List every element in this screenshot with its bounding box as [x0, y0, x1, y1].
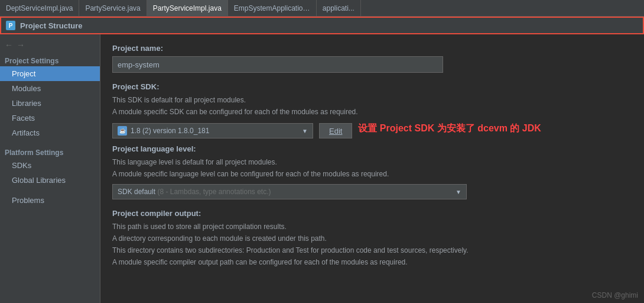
language-select-row: SDK default (8 - Lambdas, type annotatio… — [112, 184, 632, 199]
platform-settings-header: Platform Settings — [0, 145, 100, 158]
sidebar-item-global-libraries[interactable]: Global Libraries — [0, 173, 100, 188]
language-select-dropdown[interactable]: SDK default (8 - Lambdas, type annotatio… — [112, 184, 467, 199]
title-bar: P Project Structure — [0, 17, 644, 34]
sidebar-item-project[interactable]: Project — [0, 66, 100, 81]
sidebar-item-facets[interactable]: Facets — [0, 111, 100, 125]
compiler-desc3: This directory contains two subdirectori… — [112, 245, 632, 256]
sdk-select-text: 1.8 (2) version 1.8.0_181 — [131, 127, 302, 135]
main-layout: ← → Project Settings Project Modules Lib… — [0, 34, 644, 303]
compiler-output-label: Project compiler output: — [112, 209, 632, 218]
project-sdk-label: Project SDK: — [112, 82, 632, 91]
nav-back-row: ← → — [0, 37, 100, 53]
sidebar-item-modules[interactable]: Modules — [0, 81, 100, 96]
sdk-desc1: This SDK is default for all project modu… — [112, 95, 632, 105]
tab-applicati[interactable]: applicati... — [317, 0, 361, 17]
sdk-icon: ☕ — [118, 126, 127, 136]
sdk-edit-button[interactable]: Edit — [319, 123, 352, 138]
content-area: Project name: Project SDK: This SDK is d… — [100, 34, 644, 303]
tab-deptserviceimpl[interactable]: DeptServiceImpl.java — [0, 0, 79, 17]
forward-button[interactable]: → — [17, 40, 25, 50]
sidebar: ← → Project Settings Project Modules Lib… — [0, 34, 100, 303]
sidebar-item-libraries[interactable]: Libraries — [0, 96, 100, 111]
sdk-desc2: A module specific SDK can be configured … — [112, 107, 632, 117]
sdk-dropdown-arrow: ▼ — [302, 128, 308, 134]
app-icon: P — [6, 21, 15, 30]
sidebar-item-problems[interactable]: Problems — [0, 192, 100, 208]
sdk-row: ☕ 1.8 (2) version 1.8.0_181 ▼ Edit 设置 Pr… — [112, 118, 632, 138]
sidebar-item-artifacts[interactable]: Artifacts — [0, 125, 100, 140]
sdk-select-dropdown[interactable]: ☕ 1.8 (2) version 1.8.0_181 ▼ — [112, 123, 313, 138]
project-settings-header: Project Settings — [0, 53, 100, 66]
compiler-desc4: A module specific compiler output path c… — [112, 257, 632, 267]
compiler-desc1: This path is used to store all project c… — [112, 221, 632, 232]
language-select-text: SDK default (8 - Lambdas, type annotatio… — [118, 188, 456, 196]
language-dropdown-arrow: ▼ — [456, 189, 461, 195]
tab-partyservice[interactable]: PartyService.java — [79, 0, 147, 17]
lang-desc2: A module specific language level can be … — [112, 169, 632, 179]
tab-empsystemapplication[interactable]: EmpSystemApplication.java — [228, 0, 317, 17]
back-button[interactable]: ← — [5, 40, 13, 50]
window-title: Project Structure — [20, 21, 82, 30]
project-name-input[interactable] — [112, 56, 443, 73]
lang-desc1: This language level is default for all p… — [112, 157, 632, 167]
compiler-desc2: A directory corresponding to each module… — [112, 233, 632, 244]
sidebar-item-sdks[interactable]: SDKs — [0, 158, 100, 173]
project-name-label: Project name: — [112, 44, 632, 53]
tab-partyserviceimpl[interactable]: PartyServiceImpl.java — [147, 0, 228, 17]
sdk-annotation-text: 设置 Project SDK 为安装了 dcevm 的 JDK — [358, 123, 541, 135]
watermark: CSDN @ghimi — [592, 291, 638, 299]
tab-bar: DeptServiceImpl.java PartyService.java P… — [0, 0, 644, 17]
language-level-label: Project language level: — [112, 144, 632, 153]
